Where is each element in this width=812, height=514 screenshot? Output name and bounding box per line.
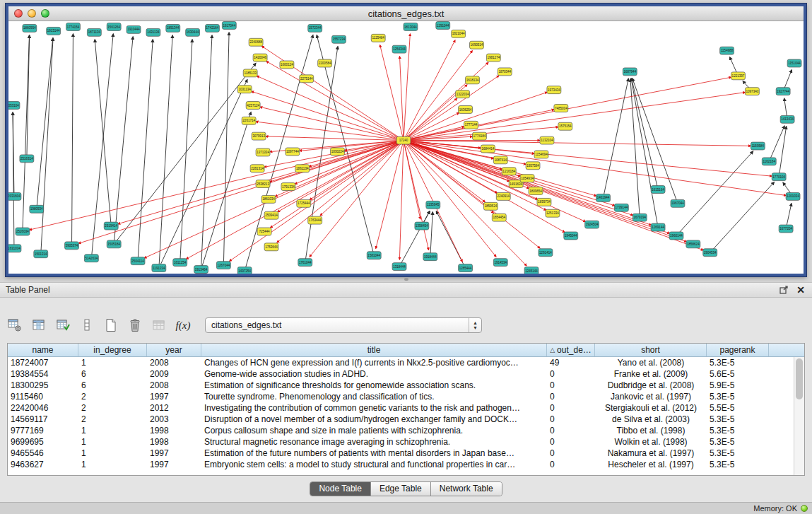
citation-edge-red[interactable] bbox=[404, 141, 540, 249]
graph-node[interactable]: 1858624 bbox=[686, 240, 700, 248]
graph-node[interactable]: 1967044 bbox=[671, 199, 685, 207]
citation-edge-black[interactable] bbox=[604, 78, 629, 198]
citation-edge-black[interactable] bbox=[159, 79, 247, 268]
graph-node[interactable]: 1739144 bbox=[614, 204, 628, 211]
citation-edge-black[interactable] bbox=[632, 78, 678, 204]
graph-node[interactable]: 2240914 bbox=[496, 192, 510, 200]
graph-node[interactable]: 2526034 bbox=[16, 228, 30, 235]
graph-node[interactable]: 1151044 bbox=[787, 59, 801, 67]
graph-node[interactable]: 1497254 bbox=[237, 267, 252, 274]
graph-node[interactable]: 1245144 bbox=[524, 267, 539, 274]
citation-edge-black[interactable] bbox=[779, 127, 786, 177]
graph-node[interactable]: 1254344 bbox=[392, 45, 406, 53]
graph-node[interactable]: 2504114 bbox=[131, 257, 145, 265]
table-row[interactable]: 977716911998Corpus callosum shape and si… bbox=[8, 425, 804, 436]
show-columns-icon[interactable] bbox=[31, 317, 47, 333]
zoom-window-button[interactable] bbox=[41, 9, 49, 18]
graph-node[interactable]: 1854454 bbox=[492, 214, 506, 221]
graph-node[interactable]: 1420046 bbox=[253, 54, 267, 62]
graph-node[interactable]: 1581044 bbox=[367, 252, 381, 259]
graph-node[interactable]: 1631034 bbox=[8, 245, 21, 252]
citation-edge-red[interactable] bbox=[261, 46, 404, 140]
graph-node[interactable]: 1291414 bbox=[539, 249, 553, 257]
graph-node[interactable]: 2538213 bbox=[256, 180, 270, 188]
graph-node[interactable]: 1191334 bbox=[152, 264, 166, 272]
citation-edge-black[interactable] bbox=[114, 37, 133, 245]
graph-node[interactable]: 1501314 bbox=[34, 250, 48, 258]
graph-node[interactable]: 1615164 bbox=[651, 186, 665, 194]
graph-node[interactable]: 1774184 bbox=[472, 132, 486, 140]
graph-node[interactable]: 2275144 bbox=[300, 75, 314, 83]
column-header-year[interactable]: year bbox=[147, 344, 201, 356]
graph-node[interactable]: 1945044 bbox=[564, 232, 578, 240]
table-row[interactable]: 946554611997Estimation of the future num… bbox=[8, 448, 804, 459]
graph-node[interactable]: 1791334 bbox=[281, 183, 295, 191]
graph-node[interactable]: 1132104 bbox=[540, 136, 554, 144]
citation-edge-black[interactable] bbox=[72, 34, 73, 245]
graph-node[interactable]: 1358454 bbox=[415, 222, 429, 230]
graph-node[interactable]: 1413434 bbox=[780, 115, 794, 123]
float-window-icon[interactable] bbox=[778, 285, 789, 295]
graph-node[interactable]: 1821044 bbox=[452, 30, 466, 37]
graph-node[interactable]: 1924504 bbox=[585, 221, 599, 228]
graph-node[interactable]: 1162184 bbox=[762, 158, 776, 165]
graph-node[interactable]: 1753644 bbox=[264, 243, 278, 251]
graph-node[interactable]: 17240 bbox=[396, 136, 411, 144]
column-header-short[interactable]: short bbox=[595, 344, 707, 356]
citation-edge-black[interactable] bbox=[180, 40, 192, 262]
graph-node[interactable]: 1973434 bbox=[547, 86, 561, 94]
table-row[interactable]: 1456911722003Disruption of a novel membe… bbox=[8, 414, 804, 425]
graph-node[interactable]: 1770104 bbox=[772, 173, 786, 181]
splitter-handle[interactable] bbox=[400, 277, 413, 281]
table-row[interactable]: 911546021997Tourette syndrome. Phenomeno… bbox=[8, 391, 804, 402]
graph-node[interactable]: 1251334 bbox=[546, 209, 560, 217]
graph-node[interactable]: 1774154 bbox=[66, 23, 81, 30]
table-row[interactable]: 1830029562008Estimation of significance … bbox=[8, 380, 804, 391]
graph-node[interactable]: 1981274 bbox=[486, 54, 500, 62]
citation-edge-red[interactable] bbox=[399, 141, 404, 260]
graph-node[interactable]: 4257124 bbox=[246, 102, 260, 110]
citation-edge-red[interactable] bbox=[252, 91, 404, 140]
graph-node[interactable]: 1201034 bbox=[786, 192, 800, 200]
graph-node[interactable]: 1960144 bbox=[669, 232, 683, 240]
graph-node[interactable]: 1860954 bbox=[23, 24, 37, 32]
graph-node[interactable]: 1679194 bbox=[632, 214, 647, 221]
graph-node[interactable]: 1221397 bbox=[731, 72, 746, 80]
citation-edge-black[interactable] bbox=[201, 112, 252, 269]
graph-node[interactable]: 1891344 bbox=[166, 24, 180, 32]
graph-node[interactable]: 1914534 bbox=[493, 259, 507, 267]
graph-node[interactable]: 1461944 bbox=[596, 194, 611, 201]
citation-edge-black[interactable] bbox=[201, 35, 212, 269]
new-table-icon[interactable] bbox=[103, 317, 119, 333]
graph-node[interactable]: 1809654 bbox=[529, 187, 543, 195]
graph-node[interactable]: 1636254 bbox=[459, 105, 473, 113]
graph-node[interactable]: 1267044 bbox=[216, 262, 230, 269]
graph-node[interactable]: 1918444 bbox=[423, 253, 437, 261]
citation-edge-red[interactable] bbox=[30, 141, 404, 230]
graph-node[interactable]: 1904534 bbox=[703, 249, 717, 257]
tab-network-table[interactable]: Network Table bbox=[431, 482, 502, 496]
graph-node[interactable]: 2516314 bbox=[20, 155, 34, 163]
graph-node[interactable]: 1097343 bbox=[745, 88, 759, 95]
citation-edge-black[interactable] bbox=[23, 35, 30, 232]
graph-node[interactable]: 1087414 bbox=[493, 156, 507, 164]
graph-node[interactable]: 5905374 bbox=[65, 242, 79, 250]
graph-node[interactable]: 1690514 bbox=[470, 41, 484, 49]
graph-node[interactable]: 1742164 bbox=[206, 24, 220, 32]
graph-node[interactable]: 7485034 bbox=[554, 105, 568, 112]
table-row[interactable]: 1938455462009Genome-wide association stu… bbox=[8, 368, 804, 380]
graph-node[interactable]: 1125484 bbox=[371, 34, 385, 42]
graph-node[interactable]: 2519414 bbox=[104, 222, 118, 230]
graph-node[interactable]: 1917044 bbox=[222, 21, 236, 29]
column-header-in_degree[interactable]: in_degree bbox=[78, 344, 147, 356]
graph-node[interactable]: 1561264 bbox=[107, 23, 121, 30]
graph-node[interactable]: 1830224 bbox=[331, 148, 345, 156]
graph-node[interactable]: 1870344 bbox=[498, 68, 512, 76]
graph-node[interactable]: 1154988 bbox=[720, 47, 734, 54]
citation-edge-red[interactable] bbox=[256, 122, 404, 141]
graph-node[interactable]: 1031134 bbox=[237, 86, 252, 93]
graph-node[interactable]: 1269144 bbox=[651, 223, 665, 231]
graph-node[interactable]: 1915144 bbox=[47, 27, 61, 35]
graph-node[interactable]: 1322034 bbox=[456, 90, 470, 98]
graph-node[interactable]: 1154694 bbox=[534, 151, 548, 158]
